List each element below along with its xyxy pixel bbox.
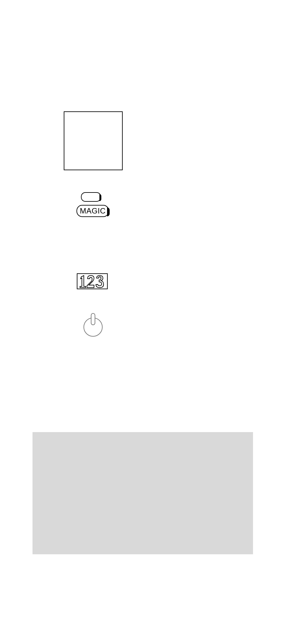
number-123-icon <box>78 274 107 288</box>
power-icon <box>83 313 103 337</box>
magic-button-label: MAGIC <box>80 206 105 215</box>
svg-rect-1 <box>91 313 95 325</box>
gray-panel <box>33 432 253 554</box>
square-outline <box>64 111 123 170</box>
magic-button[interactable]: MAGIC <box>76 205 109 217</box>
number-box <box>77 273 108 289</box>
small-pill-button[interactable] <box>81 192 101 202</box>
